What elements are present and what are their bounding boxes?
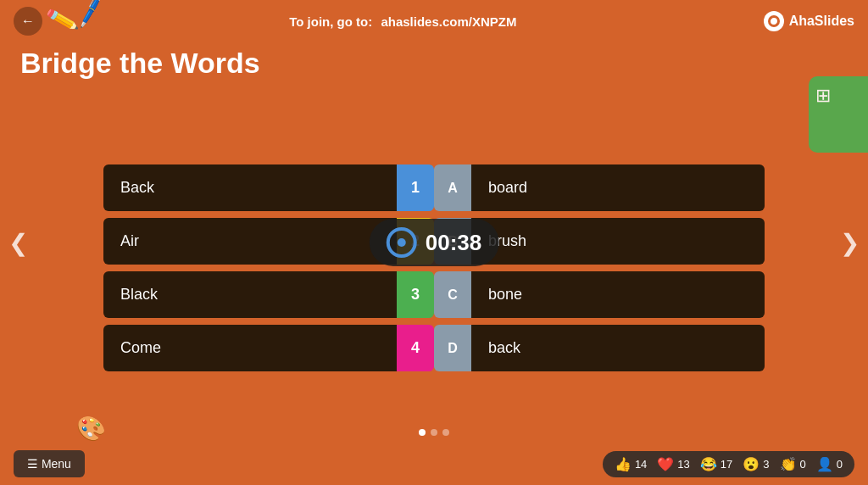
menu-label: ☰ Menu xyxy=(27,457,71,471)
join-url: ahaslides.com/XNPZM xyxy=(381,14,516,29)
right-badge-a: A xyxy=(434,164,471,211)
user-count: 0 xyxy=(837,458,843,471)
pairs-container: Back 1 Air 2 Black 3 Come 4 xyxy=(103,164,765,371)
clap-icon: 👏 xyxy=(780,456,797,472)
bottom-bar: ☰ Menu 🎨 👍 14 ❤️ 13 😂 17 😮 3 👏 0 👤 0 xyxy=(0,443,868,485)
user-icon: 👤 xyxy=(816,456,833,472)
left-badge-1: 1 xyxy=(397,164,434,211)
reaction-user[interactable]: 👤 0 xyxy=(816,456,843,472)
like-icon: 👍 xyxy=(615,456,632,472)
left-column: Back 1 Air 2 Black 3 Come 4 xyxy=(103,164,434,371)
wow-count: 3 xyxy=(763,458,769,471)
laugh-icon: 😂 xyxy=(700,456,717,472)
left-badge-4: 4 xyxy=(397,325,434,371)
reaction-laugh[interactable]: 😂 17 xyxy=(700,456,732,472)
right-word-c: bone xyxy=(471,271,765,318)
dot-1 xyxy=(419,429,426,436)
right-column: A board B brush C bone D back xyxy=(434,164,765,371)
heart-icon: ❤️ xyxy=(657,456,674,472)
next-icon: ❯ xyxy=(840,230,860,256)
right-badge-d: D xyxy=(434,325,471,371)
list-item: D back xyxy=(434,325,765,371)
left-word-4: Come xyxy=(103,325,397,371)
timer-overlay: 00:38 xyxy=(370,219,499,266)
dot-3 xyxy=(442,429,449,436)
join-info: To join, go to: ahaslides.com/XNPZM xyxy=(289,14,516,29)
timer-circle-inner xyxy=(398,238,406,247)
top-bar: ← To join, go to: ahaslides.com/XNPZM Ah… xyxy=(0,0,868,42)
dot-indicators xyxy=(419,429,449,436)
left-word-3: Black xyxy=(103,271,397,318)
back-button[interactable]: ← xyxy=(14,7,42,36)
wow-icon: 😮 xyxy=(743,456,760,472)
prev-icon: ❮ xyxy=(8,230,28,256)
menu-button[interactable]: ☰ Menu xyxy=(14,450,85,477)
timer-display: 00:38 xyxy=(426,230,482,256)
logo-icon xyxy=(764,11,784,31)
main-content: Back 1 Air 2 Black 3 Come 4 xyxy=(0,93,868,443)
right-word-a: board xyxy=(471,164,765,211)
like-count: 14 xyxy=(635,458,647,471)
right-badge-c: C xyxy=(434,271,471,318)
logo: AhaSlides xyxy=(764,11,854,31)
join-prefix: To join, go to: xyxy=(289,14,372,29)
list-item: Come 4 xyxy=(103,325,434,371)
right-word-d: back xyxy=(471,325,765,371)
right-word-b: brush xyxy=(471,218,765,265)
list-item: C bone xyxy=(434,271,765,318)
list-item: A board xyxy=(434,164,765,211)
reaction-heart[interactable]: ❤️ 13 xyxy=(657,456,689,472)
palette-decoration: 🎨 xyxy=(76,415,106,443)
clap-count: 0 xyxy=(800,458,806,471)
logo-icon-inner xyxy=(768,15,780,27)
prev-arrow[interactable]: ❮ xyxy=(8,229,28,257)
laugh-count: 17 xyxy=(721,458,732,471)
reaction-like[interactable]: 👍 14 xyxy=(615,456,647,472)
list-item: Back 1 xyxy=(103,164,434,211)
page-title: Bridge the Words xyxy=(20,47,260,80)
reaction-wow[interactable]: 😮 3 xyxy=(743,456,769,472)
left-badge-3: 3 xyxy=(397,271,434,318)
logo-text: AhaSlides xyxy=(789,14,854,29)
reaction-clap[interactable]: 👏 0 xyxy=(780,456,806,472)
list-item: Black 3 xyxy=(103,271,434,318)
timer-circle xyxy=(387,227,417,258)
left-word-1: Back xyxy=(103,164,397,211)
next-arrow[interactable]: ❯ xyxy=(840,229,860,257)
reactions-bar: 👍 14 ❤️ 13 😂 17 😮 3 👏 0 👤 0 xyxy=(603,451,854,477)
left-word-2: Air xyxy=(103,218,397,265)
back-icon: ← xyxy=(21,14,35,29)
heart-count: 13 xyxy=(677,458,689,471)
dot-2 xyxy=(431,429,437,436)
